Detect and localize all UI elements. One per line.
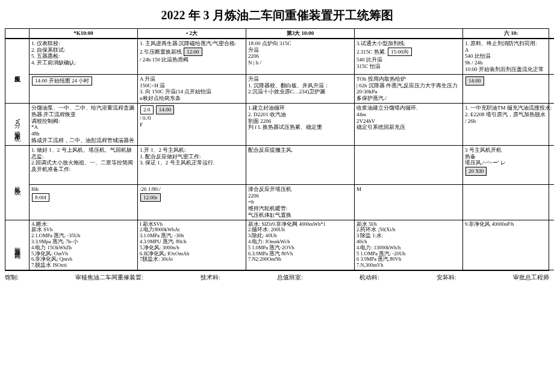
r3c2-l1: 1.开 1、2 号主风机: [140,147,244,154]
r1c1-l4: 4. 开工前消缺确认: [31,60,135,66]
r1c1-l1: 1. 仪表联校: [31,40,135,47]
r3b2-box: 12:00r [140,193,161,202]
page-title: 2022 年 3 月炼油二车间重催装置开工统筹图 [5,7,549,23]
r4c2-l7: 7脱盐水: 30tAt [140,257,244,263]
r1c3-l3: 2206 [248,53,352,60]
r1b2-l3: 3. 向 150C 升温(14 点开始恒温 [140,89,244,95]
r2c4-l4: 稳定引系统回新充压 [356,124,461,131]
r1b2-l4: n枚好点给岗东条 [140,95,244,102]
r3c3-l1: 配合反应提撤主风. [248,147,352,154]
r1c2-l1: 1. 主风进再生器.沉降磁给蒸汽/气密合格: [140,40,244,47]
r3b2-l1: :26 1:80:/ [140,186,244,193]
row-label-energy: 能 源 及 消 耗 [5,220,30,270]
r1b1-l1: 14:00 开始纽图 24 小时 [32,76,92,86]
row-label-machine: 机 系 统 [5,146,30,220]
footer-7: 审批总工程师 [513,273,549,282]
r1b5-l1: 14:00 [465,76,484,86]
r4c4-l3: 3 除盐 1:水: [356,233,461,239]
r3c2-l3: 3. 保证 1、2 号主风机正常运行. [140,160,244,166]
footer-1: 馆制: [5,273,19,282]
r1c2-l3: / 24h 150 比温热滑阀 [140,57,244,63]
r2c2-l4: F [140,122,244,128]
r3b3-l4: 维持汽轮机暖管: [248,205,352,212]
tl-h5: 六 10: [463,29,554,39]
r3b3-l3: =h [248,199,352,205]
r2c1-l1: 分馏油泵、一中、二中、给汽溶窗流程查漏热器.开工流程恢亚 [31,105,135,118]
r1b4-l3: 多保护蒸汽./ [356,95,461,102]
r1c3-l2: 升温 [248,47,352,54]
r2c3-l2: 2. D2201 收汽油 [248,111,352,118]
r3b1-l2: 8:00I [32,193,49,202]
r1c4-l1: 3.试通大小型加剂线: [356,40,461,47]
r3c2-l2: 1. 配合反应做好气密工作: [140,154,244,160]
r4c4-l8: 7.N,300mVh [356,263,461,269]
r1c5-l4: 540 比恒温 [465,53,554,60]
footer-6: 安坏科: [437,273,456,282]
tl-h1: *K10:00 [30,29,138,39]
r1c4-l4: 540 比升温 [356,57,461,63]
r1b3-l3: 2.沉温十小效业原C…234)卫护漏 [248,89,352,95]
r2c3-l3: 割面 2206 [248,118,352,125]
row-label-fraction: 分 W 稳 定 系 统 [5,104,30,146]
r1b2-l1: A 升温 [140,76,244,82]
r3c5-box: 20 XI0 [465,167,487,176]
r1c5-l5: 10:00 开始装剂后剂压盖流化正常 [465,66,554,73]
r3b3-l2: 2206 [248,193,352,199]
r4c1-l8: 7.脱盐水 ISOtrti [31,263,135,269]
footer-4: 总值班室: [277,273,303,282]
r2c4-l1: 收浆油建立分馏塔内循环. [356,105,461,111]
r1b3-l2: 1. 沉降器校、翻白板、井风升温： [248,82,352,89]
r1b2-l2: 150C<H 温 [140,82,244,89]
r3c5-l3: 塔压风./~^~ー' レ [465,160,554,166]
tl-h2: • 2大 [138,29,246,39]
r2c1-l4: 48h [31,131,135,137]
r1c1-l2: 2. 自保系联试: [31,47,135,54]
r1b4-l1: | 02h 沉降器 件蒸汽,反应压力大于再生压力 20-30kPa [356,82,461,96]
r2c2-l1: 2:0 [140,105,154,114]
r1b4-l2: TOh 投用内取热给炉 [356,76,461,82]
r1c2-time: 12:00 [184,48,202,57]
r2c1-l3: *A [31,124,135,131]
r1c5-l2: A [465,47,554,54]
r1c5-l1: 1. 原料、终止剂消防汽扫荷用: [465,40,554,47]
r2c2-l2: 14:00 [156,105,175,114]
r1c1-l3: 5. 五器惠检: [31,53,135,60]
footer-2: 审核焦油二车间重催装置: [75,273,143,282]
r1c2-l2: 2.引压断置换新线 [140,49,182,55]
r3c1-l1: 1. 做好 1、2 号上风机、塔压机、气回机脉态监: [31,147,135,160]
row-label-reaction: 反应系统 [5,39,30,104]
r2c3-l4: 判 f L 换热器试压热紧、稳定重 [248,124,352,131]
r3b3-l5: 气压机体缸气置换 [248,212,352,219]
r1c4-time: 15:00向 [388,48,412,57]
r2c5-l3: / 26h [465,118,554,125]
r3b1-l1: I6h [31,186,135,193]
r1c3-l1: 18:00 点炉向 315C [248,40,352,47]
r4c5-l1: 9.非净化风 40000nP/h [465,222,554,228]
r2c4-l2: 44m [356,111,461,118]
r1c5-l3: 9h / 24h [465,60,554,66]
r1c4-l3: 315C 恒温 [356,63,461,70]
r2c1-l2: 调校控制阀: [31,118,135,125]
footer-3: 技术科: [201,273,220,282]
r2c5-l1: 1. 一中充职油TM 循充汽油流搜投水: [465,105,554,111]
r4c3-l7: 7.N2:200OmNh [248,257,352,263]
r2c1-l5: 炼成开工流程，二中、油彭流程管城湍器善 [31,137,135,144]
r3b3-l1: 漆合反应开塔压机 [248,186,352,193]
tl-h3: 第3大 10:00 [246,29,355,39]
r2c5-l2: 2. E2208 塔引原汽，原气加热脱水 [465,111,554,118]
r3b4-l1: M [356,186,461,193]
r3c5-l1: 3 号主风机开机 [465,147,554,154]
r1b3-l1: 升温 [248,76,352,82]
r1c4-l2: 2.315C 热紧. [356,49,386,55]
r2c4-l3: 2V24hV [356,118,461,125]
r2c3-l1: 1.建立封油循环 [248,105,352,111]
r3c1-l2: 2.回调式大小放火炮祖、一、二逛等控简闻及开机准备工作: [31,160,135,173]
r3c5-l2: 热备 [465,154,554,160]
r2c2-l3: / 0./0 [140,115,244,122]
r1c3-l4: N | h / [248,60,352,66]
tl-h4 [355,29,463,39]
footer-5: 机动科: [359,273,379,282]
